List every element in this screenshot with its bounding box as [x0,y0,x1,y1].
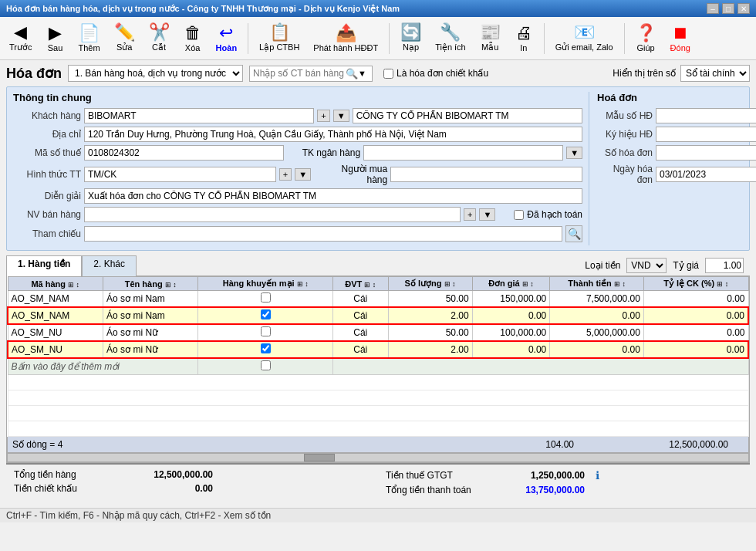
nguoi-mua-hang-input[interactable] [390,167,582,182]
table-wrapper: Mã hàng ⊞ Tên hàng ⊞ Hàng khuyến mại ⊞ Đ… [7,276,749,437]
forward-button[interactable]: ▶ Sau [41,22,69,56]
template-button[interactable]: 📋 Lập CTBH [255,21,304,56]
minimize-button[interactable]: – [707,3,719,14]
maximize-button[interactable]: □ [722,3,734,14]
utility-icon: 🔧 [440,24,461,41]
add-khuyen-mai-checkbox[interactable] [261,360,271,370]
tab-hang-tien[interactable]: 1. Hàng tiền [6,255,82,276]
tham-chieu-input[interactable] [84,226,562,242]
so-hoa-don-input[interactable] [656,145,756,161]
nv-arrow-button[interactable]: ▼ [479,208,495,221]
hien-thi-label: Hiển thị trên số [613,68,676,79]
table-row[interactable]: AO_SM_NU Áo sơ mi Nữ Cái 2.00 0.00 0.00 … [8,341,748,358]
status-text: Ctrl+F - Tìm kiếm, F6 - Nhập mã quy cách… [6,510,271,521]
col-hang-khuyen-mai[interactable]: Hàng khuyến mại ⊞ [198,277,333,291]
total-qty: 104.00 [167,439,620,450]
hinh-thuc-tt-input[interactable] [84,167,276,182]
table-row[interactable]: AO_SM_NU Áo sơ mi Nữ Cái 50.00 100,000.0… [8,324,748,341]
nv-plus-button[interactable]: + [464,208,476,221]
table-row[interactable]: AO_SM_NAM Áo sơ mi Nam Cái 2.00 0.00 0.0… [8,307,748,324]
khach-hang-input[interactable] [84,108,314,123]
cell-hang-khuyen-mai[interactable] [198,341,333,358]
so-hoa-don-label: Số hóa đơn [597,147,653,158]
ngay-hoa-don-input[interactable] [656,167,756,182]
col-thanh-tien[interactable]: Thành tiền ⊞ [550,277,644,291]
cell-hang-khuyen-mai[interactable] [198,307,333,324]
cell-dvt: Cái [333,324,388,341]
khach-hang-name-input[interactable] [353,108,582,123]
khuyen-mai-checkbox[interactable] [261,309,271,319]
tab-khac[interactable]: 2. Khác [82,255,137,276]
search-input[interactable] [253,68,346,79]
cell-so-luong: 2.00 [388,307,472,324]
edit-button[interactable]: ✏️ Sửa [110,21,140,56]
general-info-panel: Thông tin chung Khách hàng + ▼ Địa chỉ M… [13,92,582,245]
chiet-khau-label: Là hóa đơn chiết khấu [397,68,488,79]
dia-chi-input[interactable] [84,127,582,142]
nguoi-mua-hang-label: Người mua hàng [322,164,387,185]
col-ty-le-ck[interactable]: Tỷ lệ CK (%) ⊞ [643,277,748,291]
search-dropdown-icon[interactable]: ▼ [358,69,366,78]
tong-tien-hang-value: 12,500,000.00 [120,469,213,480]
section-title: Thông tin chung [13,92,582,103]
cell-hang-khuyen-mai[interactable] [198,291,333,308]
cell-ten-hang: Áo sơ mi Nữ [103,324,198,341]
info-icon[interactable]: ℹ [596,469,599,482]
email-button[interactable]: 📧 Gửi email, Zalo [551,21,618,56]
khach-hang-plus-button[interactable]: + [317,110,329,122]
khuyen-mai-checkbox[interactable] [261,343,271,353]
khuyen-mai-checkbox[interactable] [261,326,271,336]
delete-button[interactable]: 🗑 Xóa [179,22,207,56]
hinh-thuc-plus-button[interactable]: + [279,168,292,181]
table-container: Mã hàng ⊞ Tên hàng ⊞ Hàng khuyến mại ⊞ Đ… [6,276,750,463]
add-row-checkbox-cell[interactable] [198,358,333,375]
add-row[interactable]: Bấm vào đây để thêm mới [8,358,748,375]
khach-hang-arrow-button[interactable]: ▼ [333,110,349,122]
table-row[interactable]: AO_SM_NAM Áo sơ mi Nam Cái 50.00 150,000… [8,291,748,308]
back-button[interactable]: ◀ Trước [5,21,36,56]
da-hach-toan-checkbox[interactable] [514,210,524,220]
col-ma-hang[interactable]: Mã hàng ⊞ [8,277,103,291]
print-button[interactable]: 🖨 In [510,22,538,56]
horizontal-scrollbar[interactable] [7,453,749,462]
form-type-select[interactable]: 1. Bán hàng hoá, dịch vụ trong nước [68,65,243,82]
reload-button[interactable]: 🔄 Nạp [396,21,426,56]
nv-ban-hang-input[interactable] [84,207,461,222]
hinh-thuc-arrow-button[interactable]: ▼ [295,168,311,181]
hien-thi-select[interactable]: Sổ tài chính [680,65,750,82]
zoom-icon[interactable]: 🔍 [565,225,582,242]
search-icon[interactable]: 🔍 [346,68,358,79]
tk-ngan-hang-input[interactable] [363,145,563,161]
col-dvt[interactable]: ĐVT ⊞ [333,277,388,291]
close-button[interactable]: ⏹ Đóng [666,22,695,56]
cell-ma-hang: AO_SM_NU [8,341,103,358]
ty-gia-input[interactable] [705,258,744,273]
col-ten-hang[interactable]: Tên hàng ⊞ [103,277,198,291]
col-don-gia[interactable]: Đơn giá ⊞ [472,277,550,291]
add-button[interactable]: 📄 Thêm [73,22,104,56]
cut-button[interactable]: ✂️ Cắt [144,21,174,56]
publish-button[interactable]: 📤 Phát hành HĐĐT [309,22,383,56]
tien-thue-gtgt-label: Tiền thuế GTGT [386,470,486,481]
form-button[interactable]: 📰 Mẫu [475,21,505,56]
tabs-header: 1. Hàng tiền 2. Khác Loại tiền VND Tỷ gi… [6,255,750,276]
main-content: Hóa đơn 1. Bán hàng hoá, dịch vụ trong n… [0,60,756,508]
tk-dropdown-button[interactable]: ▼ [566,147,582,159]
cell-hang-khuyen-mai[interactable] [198,324,333,341]
dien-giai-row: Diễn giải [13,188,582,204]
ky-hieu-hd-input[interactable] [656,127,756,142]
help-button[interactable]: ❓ Giúp [631,22,661,56]
utility-button[interactable]: 🔧 Tiện ích [430,21,471,56]
dien-giai-input[interactable] [84,188,582,204]
add-row-label[interactable]: Bấm vào đây để thêm mới [8,358,198,375]
close-window-button[interactable]: ✕ [737,3,750,14]
khuyen-mai-checkbox[interactable] [261,292,271,303]
ma-so-thue-input[interactable] [84,145,284,161]
scroll-thumb[interactable] [304,454,335,461]
undo-button[interactable]: ↩ Hoàn [211,22,242,56]
loai-tien-select[interactable]: VND [626,258,667,273]
mau-so-hd-input[interactable] [656,108,756,123]
chiet-khau-checkbox[interactable] [383,69,393,79]
col-so-luong[interactable]: Số lượng ⊞ [388,277,472,291]
cut-icon: ✂️ [149,24,170,41]
